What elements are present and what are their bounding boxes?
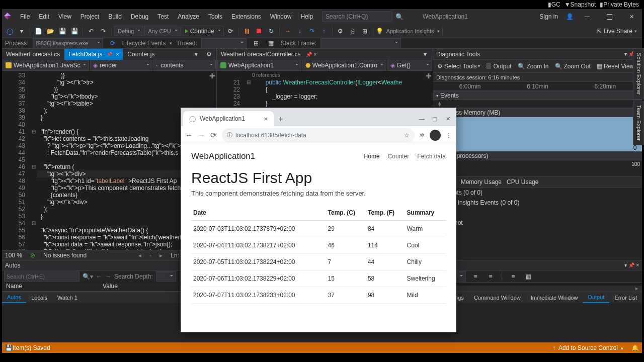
new-tab-button[interactable]: + [274, 112, 288, 126]
tab-weatherforecast-cs[interactable]: WeatherForecast.cs [2, 49, 64, 60]
menu-tools[interactable]: Tools [204, 11, 226, 22]
lifecycle-icon[interactable]: ⟳ [107, 38, 118, 49]
nav-project[interactable]: WebApplication1 JavaSc [3, 60, 89, 70]
maximize-button[interactable] [601, 11, 618, 23]
tab-counter-js[interactable]: Counter.js [123, 49, 159, 60]
menu-test[interactable]: Test [153, 11, 173, 22]
diag-row[interactable]: w Events (0 of 0) [433, 188, 642, 198]
user-icon[interactable]: 👤 [566, 13, 574, 20]
close-button[interactable] [623, 11, 640, 23]
zoom-in-btn[interactable]: 🔍Zoom In [516, 62, 551, 71]
dropdown-icon[interactable]: ▾ [420, 49, 431, 60]
uncomment-icon[interactable]: ▦ [523, 271, 534, 282]
bottom-tab-error-list[interactable]: Error List [609, 292, 642, 303]
search-icon[interactable]: 🔍 [395, 13, 404, 21]
insights-label[interactable]: Application Insights [384, 28, 436, 34]
close-icon[interactable]: × [636, 262, 639, 268]
autos-search-input[interactable] [4, 272, 79, 282]
nav-link-home[interactable]: Home [364, 153, 380, 160]
nav-back-icon[interactable]: ← [96, 273, 102, 280]
stackframe-dropdown[interactable] [320, 38, 401, 49]
col-name[interactable]: Name [6, 283, 22, 291]
bottom-tab-output[interactable]: Output [583, 292, 609, 303]
nav-method[interactable]: ◈Get() [387, 60, 432, 70]
cpu-section[interactable]: (of all processors) [433, 151, 642, 160]
tool-icon[interactable]: ⚙ [335, 26, 346, 37]
solution-explorer-tab[interactable]: Solution Explorer [633, 48, 644, 100]
menu-file[interactable]: File [16, 11, 34, 22]
menu-view[interactable]: View [54, 11, 75, 22]
quick-search[interactable]: Search (Ctrl+Q) [322, 11, 392, 22]
menu-analyze[interactable]: Analyze [174, 11, 203, 22]
continue-button[interactable]: Continue [182, 26, 224, 36]
sign-in-link[interactable]: Sign in [536, 11, 561, 22]
menu-debug[interactable]: Debug [127, 11, 152, 22]
restart-debug-icon[interactable]: ↻ [266, 26, 277, 37]
menu-edit[interactable]: Edit [35, 11, 53, 22]
publish-icon[interactable]: ↑ [552, 344, 555, 351]
break-all-icon[interactable] [242, 26, 253, 37]
nav-fwd-icon[interactable]: ▾ [16, 26, 27, 37]
reload-icon[interactable]: ⟳ [210, 131, 217, 140]
menu-window[interactable]: Window [266, 11, 296, 22]
zoom-level[interactable]: 100 % [5, 252, 22, 259]
split-icon[interactable]: ✚ [209, 72, 215, 80]
step-into-icon[interactable]: ↓ [294, 26, 305, 37]
config-dropdown[interactable]: Debug [114, 26, 143, 36]
nav-fwd-icon[interactable]: → [105, 273, 111, 280]
nav-back-icon[interactable]: ◯ [4, 26, 15, 37]
gear-icon[interactable]: ⚙ [203, 49, 214, 60]
star-icon[interactable]: ☆ [404, 132, 410, 139]
indent-left-icon[interactable]: ≡ [470, 271, 481, 282]
bottom-tab-immediate-window[interactable]: Immediate Window [526, 292, 583, 303]
output-btn[interactable]: ☰Output [484, 62, 513, 71]
tool3-icon[interactable]: ⊞ [359, 26, 370, 37]
menu-icon[interactable]: ⋮ [446, 132, 452, 139]
indent-right-icon[interactable]: ≡ [485, 271, 496, 282]
nav-scope[interactable]: ◈render [90, 60, 152, 70]
thread-icon[interactable]: ⊞ [251, 38, 262, 49]
thread-dropdown[interactable] [201, 38, 247, 49]
profile-avatar[interactable] [430, 130, 441, 141]
reset-view-btn[interactable]: ▦Reset View [595, 62, 636, 71]
back-icon[interactable]: ← [185, 131, 193, 139]
stop-icon[interactable] [254, 26, 265, 37]
open-icon[interactable]: 📂 [45, 26, 56, 37]
tab-cpu[interactable]: CPU Usage [507, 178, 538, 186]
new-item-icon[interactable]: 📄 [33, 26, 44, 37]
source-control-button[interactable]: Add to Source Control [558, 344, 618, 351]
nav-project2[interactable]: WebApplication1 [217, 60, 301, 70]
events-section[interactable]: Events [433, 91, 642, 100]
stack-icon[interactable]: ▦ [266, 38, 277, 49]
browser-tab[interactable]: ◯ WebApplication1 × [183, 111, 274, 126]
show-next-icon[interactable]: → [282, 26, 293, 37]
redo-icon[interactable]: ↷ [98, 26, 109, 37]
nav-member[interactable]: ▫contents [153, 60, 216, 70]
app-brand[interactable]: WebApplication1 [191, 151, 255, 161]
bottom-tab-watch-1[interactable]: Watch 1 [52, 292, 83, 303]
bottom-tab-autos[interactable]: Autos [2, 292, 26, 303]
promote-icon[interactable]: ▾ [191, 49, 202, 60]
nav-link-counter[interactable]: Counter [388, 153, 410, 160]
team-explorer-tab[interactable]: Team Explorer [633, 101, 644, 145]
depth-dropdown[interactable] [156, 271, 176, 282]
extensions-icon[interactable]: ✲ [420, 132, 425, 139]
tab-fetchdata-js[interactable]: FetchData.js📌× [64, 49, 123, 60]
menu-help[interactable]: Help [296, 11, 317, 22]
close-tab-icon[interactable]: × [264, 115, 268, 123]
dropdown-icon[interactable]: ▾ [624, 262, 627, 268]
step-over-icon[interactable]: ↷ [306, 26, 317, 37]
search-icon[interactable]: 🔍▾ [83, 273, 93, 280]
pin-icon[interactable]: 📌 [628, 262, 634, 268]
nav-class[interactable]: ⬣WebApplication1.Contro [302, 60, 386, 70]
notification-icon[interactable]: 🔔 [631, 344, 639, 351]
diag-row[interactable]: lication Insights Events (0 of 0) [433, 198, 642, 208]
platform-dropdown[interactable]: Any CPU [144, 26, 180, 36]
memory-section[interactable]: Process Memory (MB) ▮GC ▼Snapshot ▮Priva… [433, 108, 642, 117]
zoom-out-btn[interactable]: 🔍Zoom Out [553, 62, 593, 71]
site-info-icon[interactable]: ⓘ [227, 131, 232, 139]
step-out-icon[interactable]: ↑ [318, 26, 330, 37]
split-icon[interactable]: ✚ [426, 72, 432, 80]
tool2-icon[interactable]: ⎘ [347, 26, 358, 37]
bottom-tab-command-window[interactable]: Command Window [469, 292, 526, 303]
